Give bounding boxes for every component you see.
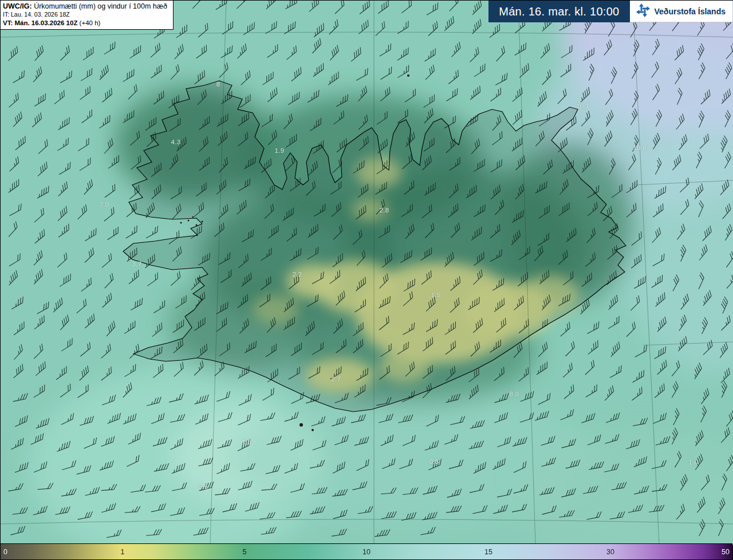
colorbar-tick: 10 xyxy=(362,548,371,556)
vedurstofa-logo-icon xyxy=(636,3,651,19)
model-id: UWC/IG: xyxy=(3,2,32,10)
colorbar-tick: 1 xyxy=(121,548,125,556)
colorbar-tick: 50 xyxy=(722,548,730,556)
precip-colorbar: 01510153050 xyxy=(1,543,732,559)
brand-area: Veðurstofa Íslands xyxy=(630,1,732,22)
map-frame: 84.31.97.02.83.72.21.52.78.010.110.80.81… xyxy=(0,0,733,560)
weather-map xyxy=(1,1,733,545)
model-description: Úrkomumætti (mm) og vindur í 100m hæð xyxy=(32,2,167,10)
valid-time: VT: Mán. 16.03.2026 10Z (+40 h) xyxy=(3,19,167,27)
init-time: IT: Lau. 14. 03. 2026 18Z xyxy=(3,11,167,19)
brand-name: Veðurstofa Íslands xyxy=(655,7,726,16)
colorbar-tick: 30 xyxy=(606,548,614,556)
valid-time-main: VT: Mán. 16.03.2026 10Z xyxy=(3,19,77,26)
forecast-datetime: Mán. 16. mar. kl. 10:00 xyxy=(488,1,629,22)
colorbar-gradient: 01510153050 xyxy=(1,544,732,559)
model-info-box: UWC/IG: Úrkomumætti (mm) og vindur í 100… xyxy=(1,1,174,30)
colorbar-tick: 15 xyxy=(484,548,492,556)
model-title: UWC/IG: Úrkomumætti (mm) og vindur í 100… xyxy=(3,2,167,11)
valid-time-offset: (+40 h) xyxy=(77,19,100,26)
colorbar-tick: 5 xyxy=(242,548,246,556)
datetime-header: Mán. 16. mar. kl. 10:00 Veðurstofa Íslan… xyxy=(488,1,732,22)
colorbar-tick: 0 xyxy=(3,548,7,556)
